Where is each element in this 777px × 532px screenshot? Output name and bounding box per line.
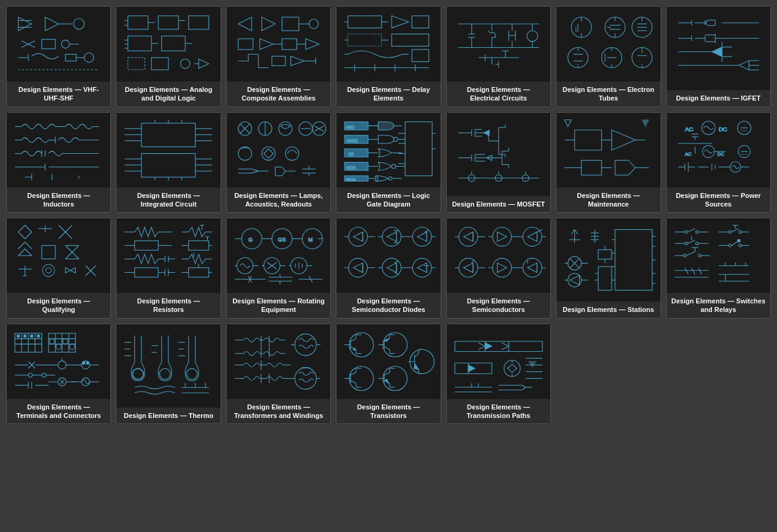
svg-rect-41 xyxy=(238,39,253,50)
card-label-composite: Design Elements — Composite Assemblies xyxy=(227,82,330,107)
svg-point-33 xyxy=(181,59,190,68)
svg-point-453 xyxy=(413,259,432,278)
card-stations[interactable]: Design Elements — Stations xyxy=(556,218,661,319)
card-image-igfet xyxy=(667,7,770,90)
card-terminals[interactable]: Design Elements — Terminals and Connecto… xyxy=(6,324,111,425)
svg-marker-698 xyxy=(385,379,388,383)
svg-point-5 xyxy=(74,18,85,29)
card-image-ic xyxy=(116,113,220,188)
svg-point-526 xyxy=(684,230,687,233)
card-transistors[interactable]: Design Elements — Transistors xyxy=(336,324,441,425)
svg-text:M: M xyxy=(308,237,313,243)
card-label-transmission: Design Elements — Transmission Paths xyxy=(447,399,550,424)
card-thermo[interactable]: Design Elements — Thermo xyxy=(116,324,221,425)
card-label-rotating: Design Elements — Rotating Equipment xyxy=(227,293,330,318)
card-label-switches: Design Elements — Switches and Relays xyxy=(667,293,770,318)
card-electron-tubes[interactable]: Design Elements — Electron Tubes xyxy=(556,6,661,107)
svg-point-601 xyxy=(58,361,66,369)
card-integrated-circuit[interactable]: Design Elements — Integrated Circuit xyxy=(116,112,221,213)
svg-marker-465 xyxy=(497,232,506,241)
svg-text:XNOR: XNOR xyxy=(346,177,356,181)
svg-point-200 xyxy=(286,146,299,160)
card-label-thermo: Design Elements — Thermo xyxy=(116,408,220,424)
card-transformers[interactable]: Design Elements — Transformers and Windi… xyxy=(226,324,331,425)
svg-text:AC: AC xyxy=(684,126,693,132)
card-label-vhf: Design Elements — VHF-UHF-SHF xyxy=(7,82,110,107)
svg-marker-144 xyxy=(738,61,749,70)
card-image-vhf xyxy=(7,7,110,82)
svg-marker-506 xyxy=(570,276,579,285)
svg-line-126 xyxy=(705,23,708,25)
card-semiconductors[interactable]: Design Elements — Semiconductors xyxy=(446,218,551,319)
card-image-transformers xyxy=(227,324,330,399)
svg-rect-363 xyxy=(135,241,159,250)
svg-point-620 xyxy=(133,368,144,379)
svg-marker-37 xyxy=(262,17,275,31)
card-semiconductor-diodes[interactable]: Design Elements — Semiconductor Diodes xyxy=(336,218,441,319)
filler-2 xyxy=(666,324,771,425)
card-maintenance[interactable]: Design Elements — Maintenance xyxy=(556,112,661,213)
svg-marker-284 xyxy=(612,130,635,150)
card-inductors[interactable]: Design Elements — Inductors xyxy=(6,112,111,213)
card-image-delay xyxy=(336,7,440,82)
card-label-igfet: Design Elements — IGFET xyxy=(667,90,770,106)
svg-point-652 xyxy=(295,334,316,355)
card-igfet[interactable]: Design Elements — IGFET xyxy=(666,6,771,107)
filler-1 xyxy=(556,324,661,425)
card-lamps[interactable]: Design Elements — Lamps, Acoustics, Read… xyxy=(226,112,331,213)
svg-point-353 xyxy=(46,268,51,273)
svg-point-459 xyxy=(459,227,478,246)
svg-point-352 xyxy=(42,264,55,276)
svg-marker-2 xyxy=(18,17,32,31)
svg-point-593 xyxy=(28,373,32,377)
svg-point-469 xyxy=(523,227,542,246)
svg-line-719 xyxy=(478,343,485,346)
svg-line-494 xyxy=(575,230,578,235)
card-label-logic-gate: Design Elements — Logic Gate Diagram xyxy=(336,188,440,213)
card-electrical[interactable]: Design Elements — Electrical Circuits xyxy=(446,6,551,107)
svg-rect-380 xyxy=(189,241,209,250)
card-label-analog: Design Elements — Analog and Digital Log… xyxy=(116,82,220,107)
svg-point-595 xyxy=(42,373,46,377)
card-logic-gate[interactable]: AND NAND OR NOR xyxy=(336,112,441,213)
svg-rect-55 xyxy=(348,34,382,47)
card-switches-relays[interactable]: Design Elements — Switches and Relays xyxy=(666,218,771,319)
svg-text:AC: AC xyxy=(684,151,691,156)
card-composite[interactable]: Design Elements — Composite Assemblies xyxy=(226,6,331,107)
svg-marker-298 xyxy=(642,120,649,126)
svg-line-688 xyxy=(351,381,356,383)
card-image-maintenance xyxy=(556,113,660,188)
card-analog-digital[interactable]: Design Elements — Analog and Digital Log… xyxy=(116,6,221,107)
card-resistors[interactable]: Design Elements — Resistors xyxy=(116,218,221,319)
svg-point-430 xyxy=(382,227,401,246)
svg-marker-449 xyxy=(387,263,396,272)
svg-point-626 xyxy=(160,368,171,379)
card-image-semiconductors xyxy=(447,218,550,293)
svg-line-532 xyxy=(688,240,695,244)
svg-point-224 xyxy=(394,137,398,142)
card-label-resistors: Design Elements — Resistors xyxy=(116,293,220,318)
card-power-sources[interactable]: AC DC AC DC xyxy=(666,112,771,213)
svg-rect-51 xyxy=(348,16,382,28)
card-transmission[interactable]: Design Elements — Transmission Paths xyxy=(446,324,551,425)
card-mosfet[interactable]: Design Elements — MOSFET xyxy=(446,112,551,213)
card-image-inductors xyxy=(7,113,110,188)
svg-point-486 xyxy=(523,259,542,278)
card-image-analog xyxy=(116,7,220,82)
svg-marker-669 xyxy=(354,348,356,350)
card-delay[interactable]: Design Elements — Delay Elements xyxy=(336,6,441,107)
card-vhf-uhf-shf[interactable]: Design Elements — VHF-UHF-SHF xyxy=(6,6,111,107)
svg-marker-721 xyxy=(485,343,491,349)
svg-line-209 xyxy=(282,167,286,171)
card-qualifying[interactable]: Design Elements — Qualifying xyxy=(6,218,111,319)
card-rotating[interactable]: G GS M xyxy=(226,218,331,319)
svg-point-544 xyxy=(729,230,731,233)
svg-marker-297 xyxy=(564,120,571,126)
svg-line-124 xyxy=(705,20,708,23)
svg-point-481 xyxy=(493,259,512,278)
svg-rect-29 xyxy=(162,36,186,51)
card-image-electrical xyxy=(447,7,550,82)
card-image-resistors xyxy=(116,218,220,293)
svg-marker-487 xyxy=(528,263,537,272)
svg-line-336 xyxy=(18,242,25,249)
